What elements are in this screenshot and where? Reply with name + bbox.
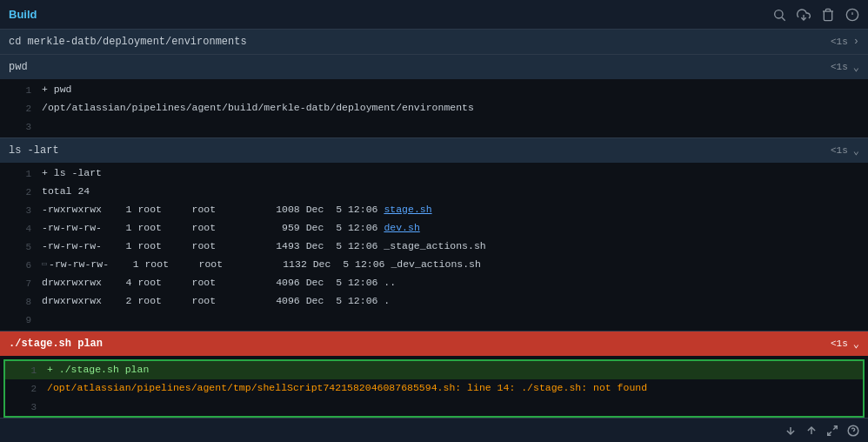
ls-line-6: 6 ▭ -rw-rw-rw- 1 root root 1132 Dec 5 12… (0, 256, 868, 274)
ls-line-3: 3 -rwxrwxrwx 1 root root 1008 Dec 5 12:0… (0, 201, 868, 219)
cd-time: <1s (831, 37, 848, 47)
pwd-section-header[interactable]: pwd <1s ⌄ (0, 55, 868, 79)
cd-command: cd merkle-datb/deployment/environments (9, 36, 247, 48)
info-icon-btn[interactable] (845, 8, 859, 22)
ls-section: ls -lart <1s ⌄ 1 + ls -lart 2 total 24 3… (0, 138, 868, 332)
stage-section: ./stage.sh plan <1s ⌄ 1 + ./stage.sh pla… (0, 332, 868, 418)
pwd-time: <1s (831, 62, 848, 72)
stage-line-2: 2 /opt/atlassian/pipelines/agent/tmp/she… (5, 379, 863, 398)
pwd-section-right: <1s ⌄ (831, 61, 859, 74)
top-bar: Build (0, 0, 868, 30)
pwd-line-3: 3 (0, 117, 868, 136)
stage-line-1: 1 + ./stage.sh plan (5, 361, 863, 379)
ls-line-1: 1 + ls -lart (0, 164, 868, 183)
help-btn[interactable] (847, 425, 859, 437)
stage-highlighted-block: 1 + ./stage.sh plan 2 /opt/atlassian/pip… (3, 359, 865, 418)
search-icon-btn[interactable] (772, 8, 786, 22)
cd-section: cd merkle-datb/deployment/environments <… (0, 30, 868, 55)
download-icon-btn[interactable] (797, 8, 811, 22)
ls-line-5: 5 -rw-rw-rw- 1 root root 1493 Dec 5 12:0… (0, 238, 868, 256)
pwd-label: pwd (9, 61, 28, 73)
stage-label: ./stage.sh plan (9, 338, 103, 350)
top-bar-icons (772, 8, 859, 22)
scroll-down-btn[interactable] (785, 425, 797, 437)
cd-section-header[interactable]: cd merkle-datb/deployment/environments <… (0, 30, 868, 54)
scroll-up-btn[interactable] (805, 425, 818, 437)
expand-btn[interactable] (826, 425, 838, 437)
ls-body: 1 + ls -lart 2 total 24 3 -rwxrwxrwx 1 r… (0, 163, 868, 331)
line-6-icon: ▭ (42, 257, 47, 272)
stage-section-header[interactable]: ./stage.sh plan <1s ⌄ (0, 332, 868, 356)
stage-line-3: 3 (5, 398, 863, 416)
ls-line-7: 7 drwxrwxrwx 4 root root 4096 Dec 5 12:0… (0, 274, 868, 292)
pwd-chevron-icon: ⌄ (853, 61, 859, 74)
ls-section-header[interactable]: ls -lart <1s ⌄ (0, 138, 868, 163)
svg-line-1 (782, 17, 785, 21)
stage-time: <1s (831, 338, 848, 349)
bottom-bar (0, 418, 868, 442)
pwd-line-1: 1 + pwd (0, 81, 868, 99)
pwd-section: pwd <1s ⌄ 1 + pwd 2 /opt/atlassian/pipel… (0, 55, 868, 138)
main-content: cd merkle-datb/deployment/environments <… (0, 30, 868, 418)
dev-sh-link[interactable]: dev.sh (384, 222, 419, 233)
cd-chevron-icon: › (853, 36, 859, 48)
ls-line-4: 4 -rw-rw-rw- 1 root root 959 Dec 5 12:06… (0, 219, 868, 238)
top-bar-left: Build (9, 8, 37, 21)
ls-chevron-icon: ⌄ (853, 144, 859, 157)
stage-body: 1 + ./stage.sh plan 2 /opt/atlassian/pip… (0, 356, 868, 418)
stage-chevron-icon: ⌄ (853, 338, 859, 351)
ls-label: ls -lart (9, 144, 59, 157)
ls-line-8: 8 drwxrwxrwx 2 root root 4096 Dec 5 12:0… (0, 292, 868, 311)
build-label: Build (9, 8, 37, 21)
pwd-line-2: 2 /opt/atlassian/pipelines/agent/build/m… (0, 99, 868, 117)
ls-section-right: <1s ⌄ (831, 144, 859, 157)
ls-time: <1s (831, 145, 848, 156)
ls-line-2: 2 total 24 (0, 183, 868, 201)
svg-point-0 (775, 10, 783, 17)
stage-section-right: <1s ⌄ (831, 338, 859, 351)
ls-line-9: 9 (0, 311, 868, 329)
pwd-body: 1 + pwd 2 /opt/atlassian/pipelines/agent… (0, 79, 868, 137)
stage-sh-link[interactable]: stage.sh (384, 204, 431, 215)
cd-section-right: <1s › (831, 36, 859, 48)
trash-icon-btn[interactable] (821, 8, 835, 22)
